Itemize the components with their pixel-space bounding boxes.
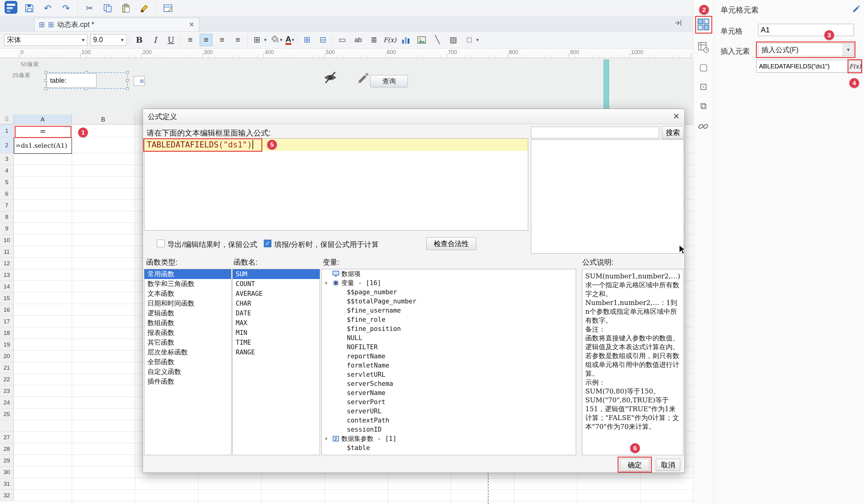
- function-name-item[interactable]: MIN: [233, 328, 320, 338]
- row-header[interactable]: 28: [0, 443, 14, 455]
- collapse-arrow-icon[interactable]: ▼: [325, 436, 332, 441]
- function-name-item[interactable]: TIME: [233, 338, 320, 347]
- row-header[interactable]: 22: [0, 374, 14, 385]
- tree-item[interactable]: NULL: [322, 333, 576, 343]
- row-header[interactable]: 18: [0, 327, 14, 338]
- function-name-item[interactable]: RANGE: [233, 347, 320, 357]
- fx-button[interactable]: F(x): [849, 60, 861, 72]
- search-button[interactable]: 搜索: [662, 126, 684, 139]
- row-header[interactable]: 7: [0, 200, 14, 211]
- tree-item[interactable]: $table: [322, 443, 576, 453]
- function-type-item[interactable]: 层次坐标函数: [144, 347, 231, 357]
- row-header[interactable]: 1: [0, 124, 14, 137]
- row-header[interactable]: 14: [0, 281, 14, 292]
- tree-item[interactable]: $fine_role: [322, 315, 576, 324]
- barcode-button[interactable]: ▭: [336, 34, 349, 46]
- edit-pen-icon[interactable]: [851, 4, 860, 15]
- italic-button[interactable]: I: [149, 34, 161, 46]
- insert-formula-button[interactable]: F(x): [383, 34, 396, 46]
- edit-pencil-icon[interactable]: [355, 70, 370, 86]
- export-keep-checkbox[interactable]: [157, 240, 165, 247]
- selection-handle[interactable]: [126, 71, 129, 74]
- formula-value-input[interactable]: [756, 60, 848, 73]
- row-header[interactable]: [0, 420, 14, 431]
- tree-item[interactable]: formletName: [322, 361, 576, 370]
- tree-item[interactable]: 数据项: [322, 269, 576, 278]
- row-header[interactable]: 27: [0, 432, 14, 443]
- function-type-item[interactable]: 插件函数: [144, 377, 231, 386]
- function-type-item[interactable]: 其它函数: [144, 338, 231, 347]
- check-validity-button[interactable]: 检查合法性: [426, 237, 476, 250]
- insert-richtext-button[interactable]: ≣: [368, 34, 381, 46]
- border-select[interactable]: ⊞ ▾: [251, 34, 266, 46]
- tree-item[interactable]: serverURL: [322, 407, 576, 416]
- tree-item[interactable]: ▼数据集参数 - [1]: [322, 434, 576, 443]
- tree-item[interactable]: reportName: [322, 352, 576, 361]
- row-header[interactable]: 5: [0, 177, 14, 188]
- insert-shape-button[interactable]: ▨: [447, 34, 460, 46]
- select-all-corner[interactable]: ⠿: [0, 115, 14, 124]
- tree-item[interactable]: $$totalPage_number: [322, 297, 576, 306]
- insert-text-button[interactable]: ab: [352, 34, 364, 46]
- cell-a2[interactable]: =ds1.select(A1): [14, 137, 72, 154]
- label-widget[interactable]: table:: [47, 73, 96, 88]
- tree-item[interactable]: $fine_position: [322, 324, 576, 333]
- underline-button[interactable]: U: [165, 34, 177, 46]
- function-type-item[interactable]: 全部函数: [144, 357, 231, 367]
- font-size-select[interactable]: 9.0 ▾: [91, 34, 127, 46]
- row-header[interactable]: 4: [0, 165, 14, 176]
- align-center-icon[interactable]: ≡: [200, 34, 213, 46]
- insert-element-select[interactable]: 插入公式(F) ▾: [758, 43, 854, 56]
- align-right-icon[interactable]: ≡: [216, 34, 228, 46]
- cell-a1[interactable]: =: [14, 125, 71, 137]
- app-logo[interactable]: [4, 1, 18, 16]
- row-header[interactable]: 8: [0, 211, 14, 223]
- function-name-item[interactable]: MAX: [233, 318, 320, 328]
- search-result-list[interactable]: [531, 140, 684, 254]
- document-tab[interactable]: ⊞ ⊞ 动态表.cpt * ✕: [34, 18, 199, 31]
- merge-cells-button[interactable]: ⊞: [301, 34, 314, 46]
- cell-attribute-icon[interactable]: [698, 41, 709, 53]
- row-header[interactable]: 13: [0, 269, 14, 280]
- insert-chart-button[interactable]: [399, 34, 412, 46]
- condition-layers-icon[interactable]: ⧉: [700, 101, 707, 111]
- row-header[interactable]: 32: [0, 490, 14, 501]
- font-family-select[interactable]: 宋体 ▾: [4, 34, 87, 46]
- tree-item[interactable]: sessionID: [322, 425, 576, 434]
- row-header[interactable]: 20: [0, 350, 14, 362]
- row-header[interactable]: 3: [0, 153, 14, 165]
- unmerge-cells-button[interactable]: ⊟: [316, 34, 329, 46]
- selection-handle[interactable]: [126, 87, 129, 90]
- redo-button[interactable]: ↷: [59, 1, 73, 15]
- row-header[interactable]: 15: [0, 292, 14, 304]
- row-header[interactable]: 17: [0, 316, 14, 327]
- tab-close-icon[interactable]: ✕: [189, 21, 194, 29]
- align-justify-icon[interactable]: ≡: [231, 34, 244, 46]
- cut-button[interactable]: ✂: [83, 1, 96, 15]
- cancel-button[interactable]: 取消: [656, 459, 680, 471]
- tree-item[interactable]: $$page_number: [322, 288, 576, 297]
- fill-keep-checkbox[interactable]: ✓: [264, 240, 272, 247]
- row-header[interactable]: 31: [0, 478, 14, 489]
- function-type-item[interactable]: 日期和时间函数: [144, 299, 231, 308]
- column-header-b[interactable]: B: [72, 115, 135, 124]
- function-type-item[interactable]: 自定义函数: [144, 367, 231, 377]
- row-header[interactable]: 6: [0, 188, 14, 199]
- row-header[interactable]: 16: [0, 304, 14, 315]
- function-name-item[interactable]: SUM: [233, 269, 320, 279]
- bold-button[interactable]: B: [133, 34, 146, 46]
- function-type-item[interactable]: 数学和三角函数: [144, 279, 231, 289]
- align-left-icon[interactable]: ≡: [184, 34, 196, 46]
- row-header[interactable]: 24: [0, 397, 14, 408]
- function-name-item[interactable]: AVERAGE: [233, 289, 320, 299]
- tree-item[interactable]: ▼变量 - [16]: [322, 278, 576, 288]
- row-header[interactable]: 9: [0, 223, 14, 234]
- dialog-titlebar[interactable]: 公式定义 ✕: [143, 109, 684, 124]
- column-header-a[interactable]: A: [14, 115, 72, 124]
- fill-color-select[interactable]: ▾: [269, 34, 283, 46]
- selection-handle[interactable]: [126, 79, 129, 82]
- hyperlink-icon[interactable]: [698, 120, 709, 132]
- function-type-item[interactable]: 文本函数: [144, 289, 231, 299]
- cell-name-input[interactable]: [758, 24, 854, 36]
- preview-button[interactable]: [161, 1, 175, 15]
